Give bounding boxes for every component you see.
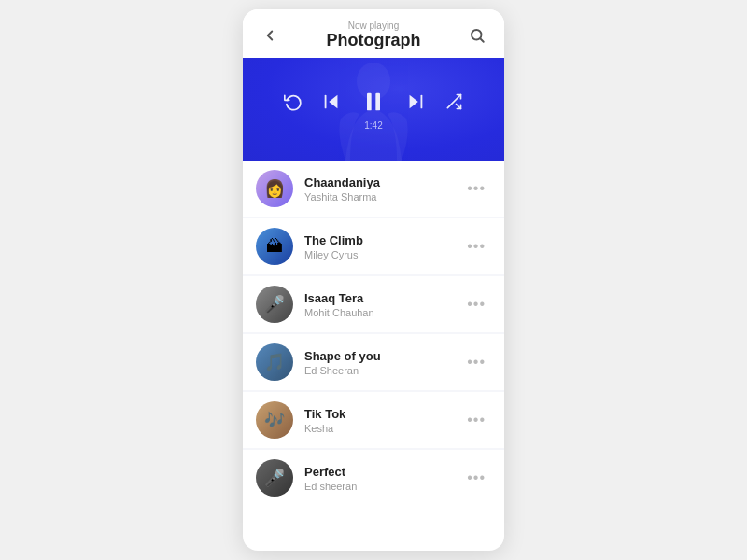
search-button[interactable] bbox=[465, 23, 489, 48]
song-avatar-2: 🏔 bbox=[256, 228, 293, 265]
more-button-2[interactable]: ••• bbox=[461, 234, 491, 259]
current-time: 1:42 bbox=[364, 120, 382, 131]
back-button[interactable] bbox=[258, 23, 282, 48]
previous-button[interactable] bbox=[321, 91, 342, 112]
next-button[interactable] bbox=[405, 91, 426, 112]
more-button-5[interactable]: ••• bbox=[461, 408, 491, 432]
header: Now playing Photograph bbox=[243, 9, 504, 58]
song-artist-5: Kesha bbox=[304, 423, 461, 434]
song-artist-6: Ed sheeran bbox=[304, 481, 461, 492]
song-item-1[interactable]: 👩 Chaandaniya Yashita Sharma ••• bbox=[243, 161, 504, 217]
song-avatar-1: 👩 bbox=[256, 170, 293, 207]
song-name-1: Chaandaniya bbox=[304, 175, 461, 189]
song-artist-2: Miley Cyrus bbox=[304, 249, 461, 260]
song-artist-1: Yashita Sharma bbox=[304, 191, 461, 203]
song-avatar-3: 🎤 bbox=[256, 286, 293, 323]
header-center: Now playing Photograph bbox=[282, 21, 465, 50]
song-name-5: Tik Tok bbox=[304, 407, 461, 421]
song-list: 👩 Chaandaniya Yashita Sharma ••• 🏔 The C… bbox=[243, 161, 504, 506]
svg-line-1 bbox=[480, 38, 483, 41]
more-button-1[interactable]: ••• bbox=[461, 176, 491, 201]
svg-rect-6 bbox=[375, 92, 380, 110]
phone-container: Now playing Photograph bbox=[243, 9, 504, 551]
song-info-1: Chaandaniya Yashita Sharma bbox=[304, 175, 461, 203]
player-area: 1:42 bbox=[243, 58, 504, 161]
svg-marker-7 bbox=[410, 94, 418, 108]
song-avatar-6: 🎤 bbox=[256, 459, 293, 497]
song-item-3[interactable]: 🎤 Isaaq Tera Mohit Chauhan ••• bbox=[243, 276, 504, 332]
song-item-5[interactable]: 🎶 Tik Tok Kesha ••• bbox=[243, 392, 504, 448]
playback-controls bbox=[284, 89, 463, 115]
current-song-title: Photograph bbox=[327, 31, 421, 49]
song-name-2: The Climb bbox=[304, 233, 461, 247]
song-artist-3: Mohit Chauhan bbox=[304, 307, 461, 318]
song-name-6: Perfect bbox=[304, 465, 461, 479]
song-item-6[interactable]: 🎤 Perfect Ed sheeran ••• bbox=[243, 450, 504, 506]
more-button-6[interactable]: ••• bbox=[461, 466, 491, 490]
more-button-4[interactable]: ••• bbox=[461, 350, 491, 374]
song-info-4: Shape of you Ed Sheeran bbox=[304, 349, 461, 376]
svg-marker-3 bbox=[329, 94, 337, 108]
svg-rect-5 bbox=[367, 92, 372, 110]
song-name-3: Isaaq Tera bbox=[304, 291, 461, 305]
now-playing-label: Now playing bbox=[282, 21, 465, 31]
shuffle-button[interactable] bbox=[444, 92, 463, 111]
song-name-4: Shape of you bbox=[304, 349, 461, 363]
song-item-2[interactable]: 🏔 The Climb Miley Cyrus ••• bbox=[243, 218, 504, 274]
song-artist-4: Ed Sheeran bbox=[304, 365, 461, 376]
song-avatar-5: 🎶 bbox=[256, 401, 293, 439]
song-item-4[interactable]: 🎵 Shape of you Ed Sheeran ••• bbox=[243, 334, 504, 390]
more-button-3[interactable]: ••• bbox=[461, 292, 491, 316]
song-info-6: Perfect Ed sheeran bbox=[304, 465, 461, 492]
song-info-5: Tik Tok Kesha bbox=[304, 407, 461, 434]
song-info-2: The Climb Miley Cyrus bbox=[304, 233, 461, 260]
replay-button[interactable] bbox=[284, 92, 303, 111]
song-avatar-4: 🎵 bbox=[256, 343, 293, 381]
song-info-3: Isaaq Tera Mohit Chauhan bbox=[304, 291, 461, 318]
pause-button[interactable] bbox=[360, 89, 387, 115]
